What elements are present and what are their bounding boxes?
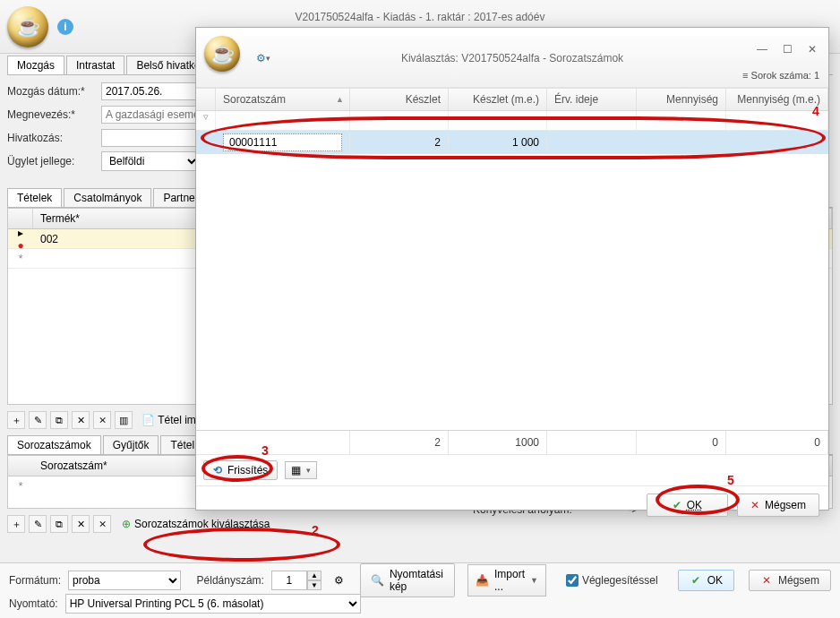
dialog-table-header: Sorozatszám Készlet Készlet (m.e.) Érv. …	[196, 89, 828, 111]
toolbar-edit-icon[interactable]: ✎	[29, 411, 47, 429]
dialog-sum-row: 2 1000 0 0	[196, 430, 828, 454]
minimize-icon[interactable]: —	[751, 41, 773, 57]
main-window-title: V201750524alfa - Kiadás - 1. raktár : 20…	[296, 11, 545, 23]
cell-sorozatszam-input[interactable]	[223, 133, 342, 151]
sum-mennyiseg-me: 0	[726, 431, 828, 454]
input-hivatkozas[interactable]	[101, 129, 200, 147]
toolbar-remove-icon[interactable]: ⨯	[93, 515, 111, 533]
dialog-gear-dropdown[interactable]: ⚙ ▾	[252, 48, 275, 68]
refresh-button[interactable]: ⟲Frissítés	[203, 460, 278, 480]
chevron-down-icon: ▼	[530, 576, 538, 585]
spinner-down-icon[interactable]: ▼	[307, 580, 321, 590]
toolbar-delete-icon[interactable]: ✕	[72, 515, 90, 533]
label-hivatkozas: Hivatkozás:	[7, 132, 101, 144]
toolbar-edit-icon[interactable]: ✎	[29, 515, 47, 533]
label-ugylet-jellege: Ügylet jellege:	[7, 155, 101, 167]
toolbar-remove-icon[interactable]: ⨯	[93, 411, 111, 429]
close-icon[interactable]: ✕	[801, 41, 823, 57]
dialog-action-row: ⟲Frissítés ▦▾	[196, 454, 828, 485]
add-icon: ⊕	[122, 518, 131, 530]
select-nyomtato[interactable]: HP Universal Printing PCL 5 (6. másolat)	[65, 594, 361, 614]
toolbar-add-icon[interactable]: ＋	[7, 515, 25, 533]
app-logo-icon: ☕	[7, 6, 48, 47]
gear-icon[interactable]: ⚙	[334, 574, 344, 587]
checkbox-veglegesitessel[interactable]	[566, 574, 579, 587]
dialog-table[interactable]: Sorozatszám Készlet Készlet (m.e.) Érv. …	[196, 88, 828, 430]
tab-csatolmanyok[interactable]: Csatolmányok	[64, 188, 151, 207]
tab-intrastat[interactable]: Intrastat	[66, 56, 124, 74]
select-ugylet-jellege[interactable]: Belföldi	[101, 151, 200, 171]
table-row[interactable]: 2 1 000	[196, 131, 828, 154]
chevron-down-icon: ▾	[266, 54, 270, 63]
label-formatum: Formátum:	[9, 574, 61, 587]
chevron-down-icon: ▾	[306, 466, 311, 475]
dialog-button-row: ✔OK ✕Mégsem	[196, 485, 828, 524]
toolbar-copy-icon[interactable]: ⧉	[50, 515, 68, 533]
cell-keszlet: 2	[350, 136, 449, 149]
select-formatum[interactable]: proba	[68, 571, 181, 590]
tab-gyujtok[interactable]: Gyűjtők	[103, 435, 159, 454]
refresh-icon: ⟲	[213, 464, 222, 476]
maximize-icon[interactable]: ☐	[776, 41, 798, 57]
info-icon[interactable]: i	[57, 19, 73, 35]
filter-icon[interactable]: ▿	[196, 111, 216, 130]
toolbar-delete-icon[interactable]: ✕	[72, 411, 90, 429]
grid-options-dropdown[interactable]: ▦▾	[285, 461, 317, 479]
dialog-title: Kiválasztás: V201750524alfa - Sorozatszá…	[401, 52, 623, 64]
col-mennyiseg[interactable]: Mennyiség	[637, 89, 726, 110]
spinner-up-icon[interactable]: ▲	[307, 571, 321, 580]
input-peldanyszam[interactable]	[271, 571, 307, 590]
label-mozgas-datum: Mozgás dátum:*	[7, 85, 101, 98]
row-count-label: Sorok száma: 1	[742, 70, 819, 81]
tab-mozgas[interactable]: Mozgás	[7, 56, 64, 74]
tab-sorozatszamok[interactable]: Sorozatszámok	[7, 435, 101, 454]
tab-tetelek[interactable]: Tételek	[7, 188, 62, 207]
close-icon: ✕	[750, 499, 759, 511]
main-cancel-button[interactable]: ✕Mégsem	[749, 570, 831, 591]
col-termek[interactable]: Termék*	[40, 212, 80, 225]
magnifier-icon: 🔍	[372, 574, 384, 587]
sum-mennyiseg: 0	[637, 431, 726, 454]
close-icon: ✕	[760, 574, 773, 587]
print-preview-button[interactable]: 🔍Nyomtatási kép	[360, 563, 455, 597]
bottom-bar: Formátum: proba Példányszám: ▲▼ ⚙ 🔍Nyomt…	[0, 562, 840, 618]
dialog-filter-row[interactable]: ▿	[196, 111, 828, 131]
check-icon: ✔	[673, 499, 681, 511]
cell-keszlet-me: 1 000	[449, 136, 547, 149]
check-icon: ✔	[690, 574, 702, 587]
col-mennyiseg-me[interactable]: Mennyiség (m.e.)	[726, 89, 828, 110]
col-erv-ideje[interactable]: Érv. ideje	[547, 89, 637, 110]
main-ok-button[interactable]: ✔OK	[678, 570, 734, 591]
col-keszlet[interactable]: Készlet	[350, 89, 449, 110]
toolbar-export-icon[interactable]: ▥	[115, 411, 133, 429]
label-veglegesitessel: Véglegesítéssel	[582, 574, 658, 587]
veglegesitessel-checkbox[interactable]: Véglegesítéssel	[566, 574, 658, 587]
import-icon: 📥	[476, 574, 489, 587]
col-sorozatszam[interactable]: Sorozatszám	[216, 89, 350, 110]
input-mozgas-datum[interactable]	[101, 82, 200, 100]
dialog-cancel-button[interactable]: ✕Mégsem	[737, 494, 819, 517]
cell-termek-value[interactable]: 002	[33, 233, 65, 245]
col-keszlet-me[interactable]: Készlet (m.e.)	[449, 89, 547, 110]
sum-keszlet-me: 1000	[449, 431, 547, 454]
peldanyszam-spinner[interactable]: ▲▼	[271, 571, 321, 590]
grid-icon: ▦	[291, 464, 301, 476]
sum-keszlet: 2	[350, 431, 449, 454]
gear-icon: ⚙	[256, 52, 266, 64]
label-nyomtato: Nyomtató:	[9, 597, 58, 610]
serial-selection-dialog: ☕ ⚙ ▾ Kiválasztás: V201750524alfa - Soro…	[195, 27, 829, 511]
label-megnevezes: Megnevezés:*	[7, 108, 101, 121]
app-logo-icon: ☕	[204, 36, 240, 72]
toolbar-copy-icon[interactable]: ⧉	[50, 411, 68, 429]
dialog-header: ☕ ⚙ ▾ Kiválasztás: V201750524alfa - Soro…	[196, 36, 828, 88]
toolbar-add-icon[interactable]: ＋	[7, 411, 25, 429]
dialog-ok-button[interactable]: ✔OK	[647, 494, 728, 517]
label-peldanyszam: Példányszám:	[197, 574, 264, 587]
import-dropdown-button[interactable]: 📥Import ...▼	[467, 564, 546, 597]
warning-icon: ●	[17, 239, 23, 252]
